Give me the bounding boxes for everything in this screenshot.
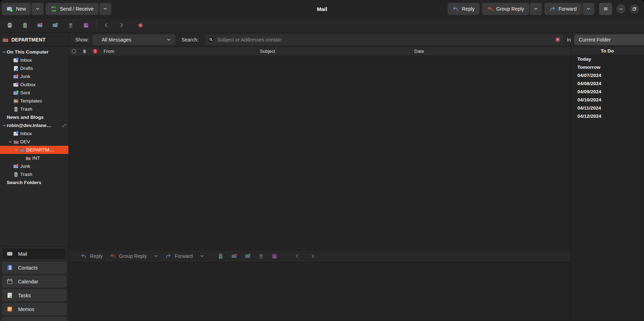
outbox-icon (13, 82, 19, 88)
folder-label: Trash (20, 172, 32, 177)
sidebar-item-trash[interactable]: Trash (0, 170, 68, 178)
switcher-tasks[interactable]: Tasks (2, 289, 66, 301)
preview-group-reply-dropdown[interactable] (150, 251, 162, 261)
sidebar-item-junk[interactable]: Junk (0, 162, 68, 170)
search-scope-dropdown[interactable]: Current Folder (574, 34, 644, 45)
switcher-overflow-button[interactable] (2, 317, 66, 321)
lamp-button[interactable] (256, 251, 267, 261)
sidebar-item-templates[interactable]: Templates (0, 97, 68, 105)
chevron-down-icon (103, 7, 107, 11)
not-junk-button[interactable] (242, 251, 253, 261)
sidebar-item-drafts[interactable]: Drafts (0, 64, 68, 72)
clear-search-icon[interactable] (555, 37, 561, 43)
preview-group-reply-button[interactable]: Group Reply (106, 251, 151, 261)
column-header-important[interactable] (90, 47, 101, 56)
search-icon[interactable] (208, 37, 214, 43)
sidebar-item-search-folders[interactable]: Search Folders (0, 178, 68, 187)
lamp-button[interactable] (65, 20, 77, 31)
sidebar-item-inbox[interactable]: Inbox (0, 129, 68, 138)
group-reply-button[interactable]: Group Reply (482, 3, 529, 15)
reply-button-label: Reply (462, 6, 475, 12)
junk-icon (231, 253, 237, 259)
new-button[interactable]: New (2, 3, 31, 15)
nav-forward-button[interactable] (116, 20, 128, 31)
preview-forward-button[interactable]: Forward (162, 251, 196, 261)
switcher-calendar[interactable]: Calendar (2, 276, 66, 287)
sidebar-item-sent[interactable]: Sent (0, 89, 68, 97)
attachment-icon (82, 49, 87, 54)
search-input[interactable] (217, 37, 551, 43)
minimize-button[interactable] (616, 4, 626, 13)
sidebar-item-junk[interactable]: Junk (0, 72, 68, 81)
message-list[interactable] (69, 56, 570, 250)
switcher-memos[interactable]: Memos (2, 303, 66, 315)
nav-back-button[interactable] (100, 20, 112, 31)
circle-icon (71, 49, 77, 54)
send-receive-button[interactable]: Send / Receive (46, 3, 99, 15)
todo-item-today[interactable]: Today (571, 55, 644, 63)
delete-button[interactable] (19, 20, 31, 31)
expander-icon[interactable] (1, 123, 7, 128)
expander-icon[interactable] (1, 50, 7, 54)
nav-forward-button[interactable] (307, 251, 319, 261)
search-label: Search: (181, 37, 198, 43)
column-header-subject[interactable]: Subject (257, 47, 411, 56)
menu-button[interactable] (599, 3, 612, 15)
message-preview-pane[interactable] (69, 262, 570, 321)
image-button[interactable] (80, 20, 92, 31)
reply-button[interactable]: Reply (448, 3, 480, 15)
expander-icon[interactable] (13, 148, 19, 152)
nav-back-icon (103, 22, 109, 28)
preview-reply-button[interactable]: Reply (77, 251, 106, 261)
show-filter-dropdown[interactable]: All Messages (93, 34, 175, 45)
preview-forward-dropdown[interactable] (196, 251, 208, 261)
todo-item-tomorrow[interactable]: Tomorrow (571, 63, 644, 71)
sidebar-item-outbox[interactable]: Outbox (0, 81, 68, 89)
todo-item-04-10-2024[interactable]: 04/10/2024 (571, 96, 644, 104)
stop-button[interactable] (134, 20, 146, 31)
sidebar-item-dev[interactable]: DEV (0, 138, 68, 146)
todo-item-04-12-2024[interactable]: 04/12/2024 (571, 112, 644, 120)
lamp-icon (258, 253, 264, 259)
stop-icon (138, 22, 144, 28)
todo-item-04-07-2024[interactable]: 04/07/2024 (571, 71, 644, 79)
expander-icon[interactable] (7, 140, 13, 144)
sidebar-item-departm[interactable]: DEPARTM… (0, 146, 68, 154)
junk-button[interactable] (34, 20, 46, 31)
column-header-date[interactable]: Date (411, 47, 570, 56)
forward-button[interactable]: Forward (544, 3, 582, 15)
delete-button[interactable] (215, 251, 226, 261)
sidebar-item-inbox[interactable]: Inbox (0, 56, 68, 64)
column-header-attachment[interactable] (79, 47, 90, 56)
new-button-label: New (16, 6, 26, 12)
sidebar-item-robin-dev-inlane[interactable]: robin@dev.inlane… (0, 121, 68, 129)
new-dropdown-button[interactable] (32, 3, 44, 15)
not-junk-button[interactable] (49, 20, 61, 31)
forward-dropdown-button[interactable] (582, 3, 594, 15)
folder-label: Drafts (20, 66, 33, 71)
sidebar-item-on-this-computer[interactable]: On This Computer (0, 48, 68, 56)
todo-item-04-08-2024[interactable]: 04/08/2024 (571, 79, 644, 88)
mail-toolbar-stop (134, 20, 150, 31)
group-reply-label: Group Reply (496, 6, 524, 12)
switcher-label: Mail (18, 251, 27, 257)
junk-button[interactable] (229, 251, 240, 261)
trash-icon (13, 172, 19, 177)
send-receive-dropdown-button[interactable] (99, 3, 111, 15)
sidebar-item-trash[interactable]: Trash (0, 105, 68, 113)
inbox-icon (13, 57, 19, 63)
column-header-from[interactable]: From (101, 47, 257, 56)
todo-item-04-09-2024[interactable]: 04/09/2024 (571, 88, 644, 96)
nav-back-button[interactable] (291, 251, 303, 261)
group-reply-dropdown-button[interactable] (530, 3, 542, 15)
sidebar-item-int[interactable]: INT (0, 154, 68, 162)
print-button[interactable] (4, 20, 16, 31)
switcher-mail[interactable]: Mail (2, 248, 66, 260)
sidebar-item-news-and-blogs[interactable]: News and Blogs (0, 113, 68, 121)
column-header-circle[interactable] (69, 47, 79, 56)
image-button[interactable] (269, 251, 280, 261)
restore-window-button[interactable] (630, 4, 639, 13)
switcher-contacts[interactable]: Contacts (2, 262, 66, 273)
todo-item-04-11-2024[interactable]: 04/11/2024 (571, 104, 644, 112)
folder-label: Trash (20, 106, 32, 112)
